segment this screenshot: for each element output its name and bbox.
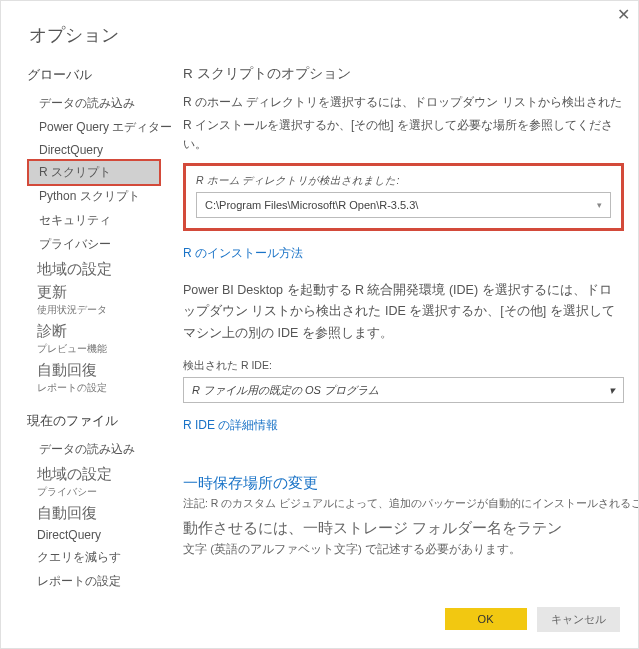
sidebar: グローバル データの読み込み Power Query エディター DirectQ… [29,65,159,594]
nav-diagnostics[interactable]: 診断 [29,319,159,342]
nav-autorecover[interactable]: 自動回復 [29,358,159,381]
ide-desc: Power BI Desktop を起動する R 統合開発環境 (IDE) を選… [183,280,624,346]
ide-value: R ファイル用の既定の OS プログラム [192,383,379,398]
chevron-down-icon: ▾ [597,200,602,210]
ide-select[interactable]: R ファイル用の既定の OS プログラム ▾ [183,377,624,403]
sidebar-group-global: グローバル [27,67,159,84]
nav-usage-data[interactable]: 使用状況データ [29,303,159,319]
dialog-title: オプション [1,1,638,65]
nav-security[interactable]: セキュリティ [29,209,159,232]
nav-region[interactable]: 地域の設定 [29,257,159,280]
r-home-label: R ホーム ディレクトリが検出されました: [196,174,611,188]
nav-pq-editor[interactable]: Power Query エディター [29,116,159,139]
nav-r-script[interactable]: R スクリプト [29,161,159,184]
r-home-highlight-box: R ホーム ディレクトリが検出されました: C:\Program Files\M… [183,163,624,231]
nav-cf-privacy[interactable]: プライバシー [29,485,159,501]
dialog-footer: OK キャンセル [439,607,620,632]
temp-storage-note: 注記: R のカスタム ビジュアルによって、追加のパッケージが自動的にインストー… [183,497,624,511]
temp-storage-desc2: 文字 (英語のアルファベット文字) で記述する必要があります。 [183,542,624,557]
nav-cf-region[interactable]: 地域の設定 [29,462,159,485]
r-install-link[interactable]: R のインストール方法 [183,245,303,262]
ide-info-link[interactable]: R IDE の詳細情報 [183,417,278,434]
temp-storage-header[interactable]: 一時保存場所の変更 [183,474,624,493]
nav-cf-data-load[interactable]: データの読み込み [29,438,159,461]
cancel-button[interactable]: キャンセル [537,607,620,632]
close-icon[interactable]: ✕ [617,5,630,24]
nav-report-settings[interactable]: レポートの設定 [29,381,159,397]
ide-label: 検出された R IDE: [183,359,624,373]
section-header: R スクリプトのオプション [183,65,624,83]
chevron-down-icon: ▾ [609,384,615,397]
home-dir-desc2: R インストールを選択するか、[その他] を選択して必要な場所を参照してください… [183,116,624,154]
r-home-value: C:\Program Files\Microsoft\R Open\R-3.5.… [205,199,418,211]
content-pane: R スクリプトのオプション R のホーム ディレクトリを選択するには、ドロップダ… [159,65,638,594]
nav-data-load[interactable]: データの読み込み [29,92,159,115]
nav-cf-report-settings[interactable]: レポートの設定 [29,570,159,593]
home-dir-desc1: R のホーム ディレクトリを選択するには、ドロップダウン リストから検出された [183,93,624,112]
r-home-select[interactable]: C:\Program Files\Microsoft\R Open\R-3.5.… [196,192,611,218]
nav-cf-reduce-query[interactable]: クエリを減らす [29,546,159,569]
nav-cf-autorecover[interactable]: 自動回復 [29,501,159,524]
nav-update[interactable]: 更新 [29,280,159,303]
nav-cf-directquery[interactable]: DirectQuery [29,525,159,545]
nav-python-script[interactable]: Python スクリプト [29,185,159,208]
ok-button[interactable]: OK [445,608,527,630]
sidebar-group-current: 現在のファイル [27,413,159,430]
nav-directquery[interactable]: DirectQuery [29,140,159,160]
nav-preview[interactable]: プレビュー機能 [29,342,159,358]
temp-storage-desc: 動作させるには、一時ストレージ フォルダー名をラテン [183,517,624,540]
nav-privacy[interactable]: プライバシー [29,233,159,256]
